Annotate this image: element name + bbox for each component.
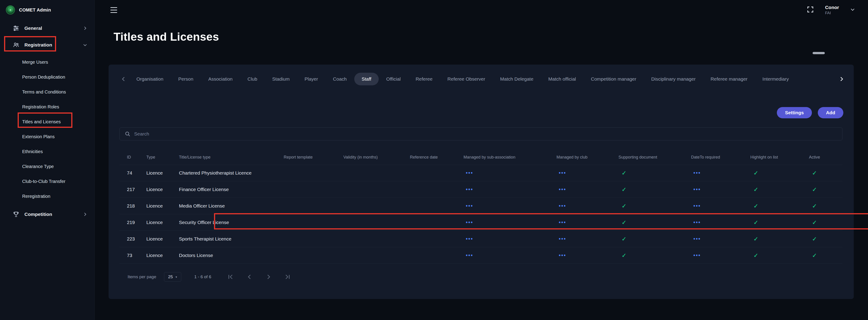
scrollbar-thumb[interactable] [813, 52, 825, 54]
sidebar-item-ethnicities[interactable]: Ethnicities [0, 144, 94, 159]
cell-id: 218 [127, 203, 146, 209]
managed-by-club-menu-icon[interactable]: ••• [557, 219, 566, 225]
managed-by-sub-association-menu-icon[interactable]: ••• [464, 252, 473, 258]
dateto-required-menu-icon[interactable]: ••• [691, 236, 701, 242]
cell-title: Sports Therapist Licence [179, 236, 284, 242]
app-brand: COMET Admin [0, 0, 94, 20]
sidebar-item-person-deduplication[interactable]: Person Deduplication [0, 70, 94, 84]
dateto-required-menu-icon[interactable]: ••• [691, 170, 701, 176]
table-row[interactable]: 219 Licence Security Officer License •••… [119, 214, 842, 231]
tab-competition-manager[interactable]: Competition manager [583, 73, 644, 85]
menu-toggle-button[interactable] [109, 6, 119, 14]
tab-club[interactable]: Club [240, 73, 265, 85]
sidebar-item-titles-and-licenses[interactable]: Titles and Licenses [0, 114, 94, 129]
sidebar-item-merge-users[interactable]: Merge Users [0, 55, 94, 70]
app-title: COMET Admin [19, 7, 51, 13]
sidebar-item-registration-roles[interactable]: Registration Roles [0, 99, 94, 114]
dateto-required-menu-icon[interactable]: ••• [691, 252, 701, 258]
tab-referee-manager[interactable]: Referee manager [703, 73, 755, 85]
active-check-icon: ✓ [809, 236, 817, 242]
settings-button[interactable]: Settings [777, 107, 812, 118]
tab-intermediary[interactable]: Intermediary [755, 73, 796, 85]
managed-by-club-menu-icon[interactable]: ••• [557, 236, 566, 242]
active-check-icon: ✓ [809, 186, 817, 192]
sidebar-item-registration[interactable]: Registration [0, 37, 94, 53]
tab-staff[interactable]: Staff [354, 73, 379, 85]
table-row[interactable]: 73 Licence Doctors License ••• ••• ✓ •••… [119, 247, 842, 264]
sidebar-item-label: Competition [25, 212, 78, 217]
column-header-highlight-on-list: Highlight on list [750, 155, 809, 159]
managed-by-sub-association-menu-icon[interactable]: ••• [464, 186, 473, 192]
managed-by-sub-association-menu-icon[interactable]: ••• [464, 170, 473, 176]
tab-person[interactable]: Person [171, 73, 201, 85]
tabs-scroll-right-icon[interactable] [836, 76, 847, 82]
managed-by-club-menu-icon[interactable]: ••• [557, 170, 566, 176]
managed-by-club-menu-icon[interactable]: ••• [557, 186, 566, 192]
page-title: Titles and Licenses [114, 30, 868, 43]
tab-match-delegate[interactable]: Match Delegate [493, 73, 541, 85]
cell-title: Finance Officer License [179, 187, 284, 192]
highlight-on-list-check-icon: ✓ [750, 252, 758, 258]
main-content: Conor FAI Titles and Licenses Organisati… [95, 0, 868, 320]
tab-disciplinary-manager[interactable]: Disciplinary manager [644, 73, 703, 85]
tab-player[interactable]: Player [297, 73, 326, 85]
tab-coach[interactable]: Coach [326, 73, 354, 85]
last-page-button[interactable] [284, 274, 291, 280]
chevron-down-icon: ▾ [176, 275, 177, 279]
next-page-button[interactable] [265, 274, 272, 280]
managed-by-sub-association-menu-icon[interactable]: ••• [464, 203, 473, 209]
first-page-button[interactable] [227, 274, 234, 280]
search-input[interactable] [134, 131, 837, 137]
add-button[interactable]: Add [818, 107, 843, 118]
page-size-select[interactable]: 25 ▾ [164, 272, 181, 282]
dateto-required-menu-icon[interactable]: ••• [691, 203, 701, 209]
user-name: Conor [825, 4, 839, 10]
cell-id: 219 [127, 220, 146, 225]
chevron-down-icon[interactable] [850, 7, 855, 13]
table-row[interactable]: 217 Licence Finance Officer License ••• … [119, 181, 842, 198]
managed-by-sub-association-menu-icon[interactable]: ••• [464, 236, 473, 242]
sidebar-item-reregistration[interactable]: Reregistration [0, 189, 94, 204]
cell-type: Licence [146, 220, 179, 225]
column-header-dateto-required: DateTo required [691, 155, 750, 159]
fullscreen-icon[interactable] [806, 6, 814, 14]
tab-stadium[interactable]: Stadium [265, 73, 297, 85]
sidebar-item-club-to-club-transfer[interactable]: Club-to-Club Transfer [0, 174, 94, 189]
sidebar-item-competition[interactable]: Competition [0, 206, 94, 223]
sidebar-item-clearance-type[interactable]: Clearance Type [0, 159, 94, 174]
titles-licenses-table: ID Type Title/License type Report templa… [119, 150, 842, 264]
sidebar-item-general[interactable]: General [0, 20, 94, 37]
cell-id: 74 [127, 170, 146, 176]
table-row[interactable]: 218 Licence Media Officer License ••• ••… [119, 198, 842, 214]
chevron-right-icon [83, 26, 88, 31]
table-row[interactable]: 74 Licence Chartered Physiotherapist Lic… [119, 165, 842, 181]
tab-organisation[interactable]: Organisation [129, 73, 171, 85]
tab-association[interactable]: Association [201, 73, 240, 85]
user-menu[interactable]: Conor FAI [825, 4, 839, 15]
sidebar-item-extension-plans[interactable]: Extension Plans [0, 129, 94, 144]
tab-match-official[interactable]: Match official [541, 73, 583, 85]
tab-referee-observer[interactable]: Referee Observer [440, 73, 493, 85]
dateto-required-menu-icon[interactable]: ••• [691, 219, 701, 225]
managed-by-club-menu-icon[interactable]: ••• [557, 252, 566, 258]
comet-logo-icon [6, 5, 15, 14]
managed-by-club-menu-icon[interactable]: ••• [557, 203, 566, 209]
chevron-right-icon [83, 212, 88, 217]
table-row[interactable]: 223 Licence Sports Therapist Licence •••… [119, 231, 842, 247]
column-header-supporting-document: Supporting document [618, 155, 691, 159]
cell-id: 217 [127, 187, 146, 192]
tab-bar: Organisation Person Association Club Sta… [118, 72, 847, 86]
supporting-document-check-icon: ✓ [618, 170, 626, 176]
tabs-scroll-left-icon[interactable] [118, 76, 129, 82]
dateto-required-menu-icon[interactable]: ••• [691, 186, 701, 192]
sidebar: COMET Admin General Registration Merge U… [0, 0, 95, 320]
cell-type: Licence [146, 236, 179, 242]
cell-type: Licence [146, 203, 179, 209]
tab-official[interactable]: Official [379, 73, 408, 85]
previous-page-button[interactable] [246, 274, 253, 280]
supporting-document-check-icon: ✓ [618, 219, 626, 225]
sidebar-item-terms-and-conditions[interactable]: Terms and Conditions [0, 84, 94, 99]
user-organisation: FAI [825, 11, 839, 15]
tab-referee[interactable]: Referee [408, 73, 440, 85]
managed-by-sub-association-menu-icon[interactable]: ••• [464, 219, 473, 225]
